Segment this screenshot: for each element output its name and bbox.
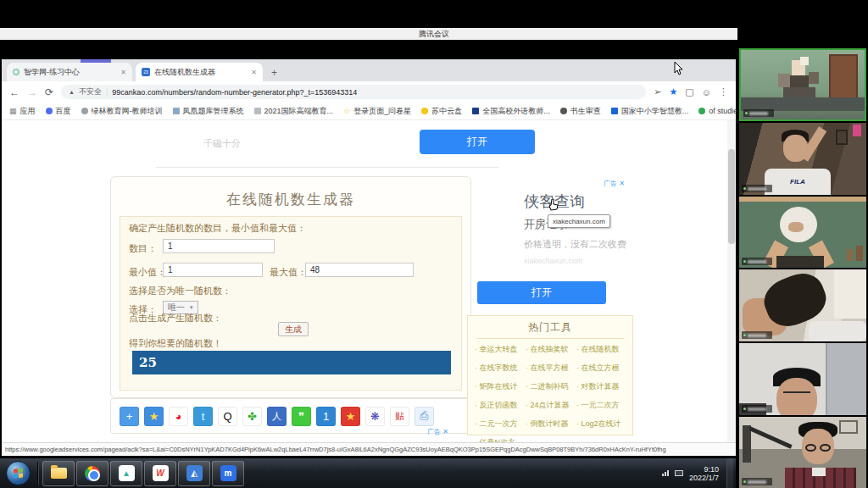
hot-tool-link[interactable]: 倒数计时器 xyxy=(526,419,576,430)
tab-zhixuewang[interactable]: 智学网-练习中心 ✕ xyxy=(7,63,132,81)
side-ad-open-button[interactable]: 打开 xyxy=(477,281,606,304)
warning-icon: ▲ xyxy=(69,89,75,95)
network-signal-icon[interactable] xyxy=(662,470,669,476)
max-label: 最大值： xyxy=(270,266,307,279)
taskbar-clock[interactable]: 9:10 2022/1/7 xyxy=(689,465,721,482)
picture-frame xyxy=(836,130,848,145)
bookmark-2021-edu[interactable]: 2021国际高端教育... xyxy=(254,106,334,117)
hot-tool-link[interactable]: 一元二次方 xyxy=(576,400,627,411)
hot-tool-link[interactable]: Log2在线计 xyxy=(576,419,627,430)
address-bar[interactable]: ▲ 不安全 | 99cankao.com/numbers/random-numb… xyxy=(61,85,646,99)
show-desktop-button[interactable] xyxy=(726,458,733,488)
bookmark-star-icon[interactable]: ★ xyxy=(669,86,677,97)
tencent-weibo-icon[interactable]: t xyxy=(193,407,213,426)
hot-tool-link[interactable]: 在线立方根 xyxy=(576,363,627,374)
hot-tool-link[interactable]: 在线抽奖软 xyxy=(526,344,576,355)
tab-close-icon[interactable]: ✕ xyxy=(251,69,257,76)
renren-icon[interactable]: 人 xyxy=(267,407,287,426)
ad-close-small[interactable]: 广告 ✕ xyxy=(427,427,448,436)
forward-icon[interactable]: → xyxy=(27,86,37,98)
new-tab-button[interactable]: + xyxy=(271,67,277,79)
hot-tool-link[interactable]: 24点计算器 xyxy=(526,400,576,411)
tieba-icon[interactable]: 贴 xyxy=(390,407,409,426)
hot-tool-link[interactable]: 反正切函数 xyxy=(475,400,526,411)
yixin-icon[interactable]: 1 xyxy=(316,407,336,426)
shirt: FILA xyxy=(765,169,831,195)
back-icon[interactable]: ← xyxy=(9,86,19,98)
baidu-icon[interactable]: ❋ xyxy=(365,407,385,426)
taskbar-chrome-button[interactable] xyxy=(76,461,108,486)
generate-button[interactable]: 生成 xyxy=(278,322,309,336)
sina-weibo-icon[interactable]: ◕ xyxy=(169,407,188,426)
max-input[interactable] xyxy=(305,263,414,277)
taskbar-wps-button[interactable]: W xyxy=(144,461,176,486)
ad-close-right[interactable]: 广告 ✕ xyxy=(604,179,625,188)
bookmark-apps[interactable]: ▦应用 xyxy=(9,106,36,117)
bottle xyxy=(847,249,853,261)
hot-tool-link[interactable]: 幸运大转盘 xyxy=(475,344,526,355)
taskbar-explorer-button[interactable] xyxy=(42,461,75,486)
tab1-favicon xyxy=(13,69,19,75)
monitor-tray-icon[interactable] xyxy=(675,470,683,476)
divider xyxy=(156,167,498,168)
meeting-title: 腾讯会议 xyxy=(419,29,449,40)
taskbar-meeting-button[interactable]: m xyxy=(212,461,244,486)
bookmark-smart-edu[interactable]: 国家中小学智慧教... xyxy=(611,106,689,117)
clock-time: 9:10 xyxy=(689,465,719,474)
favicon xyxy=(698,108,705,114)
profile-icon[interactable]: ☺ xyxy=(702,87,711,97)
side-ad-line3: xiakechaxun.com xyxy=(524,257,583,265)
bookmark-suzhong-cloud[interactable]: 苏中云盘 xyxy=(421,106,462,117)
hot-tools-title: 热门工具 xyxy=(476,320,625,339)
tab2-favicon: 23 xyxy=(142,68,150,76)
sidebar-icon[interactable]: ▢ xyxy=(685,86,693,97)
count-input[interactable] xyxy=(163,239,275,253)
min-input[interactable] xyxy=(163,263,263,277)
top-ad-open-button[interactable]: 打开 xyxy=(420,130,535,154)
scrollbar-thumb[interactable] xyxy=(728,149,735,244)
hot-tool-link[interactable]: 对数计算器 xyxy=(576,381,627,392)
start-button[interactable] xyxy=(6,461,31,485)
participant-video-4[interactable] xyxy=(739,269,866,341)
hot-tool-link[interactable]: 在线字数统 xyxy=(475,363,526,374)
share-add-icon[interactable]: + xyxy=(120,407,139,426)
bookmarks-bar: ▦应用 百度 绿林教育网-教师培训 凤凰题库管理系统 2021国际高端教育...… xyxy=(2,103,736,120)
kaixin-icon[interactable]: ✤ xyxy=(242,407,262,426)
bookmark-baidu[interactable]: 百度 xyxy=(46,106,71,117)
participant-video-2[interactable]: FILA xyxy=(739,123,866,195)
favorites-icon[interactable]: ★ xyxy=(341,407,360,426)
participant-video-1[interactable] xyxy=(739,48,866,121)
hot-tool-link[interactable]: 二元一次方 xyxy=(475,419,526,430)
close-icon: ✕ xyxy=(442,428,448,435)
taskbar-photos-button[interactable]: ◭ xyxy=(178,461,210,486)
reload-icon[interactable]: ⟳ xyxy=(45,86,53,98)
qzone-icon[interactable]: ★ xyxy=(144,407,164,426)
bookmark-shusheng[interactable]: 书生审查 xyxy=(560,106,601,117)
bookmark-question-bank[interactable]: 凤凰题库管理系统 xyxy=(173,106,244,117)
tab-close-icon[interactable]: ✕ xyxy=(120,69,126,76)
taskbar-seewo-button[interactable]: ▲ xyxy=(110,461,142,486)
wechat-icon[interactable]: ❞ xyxy=(292,407,311,426)
bookmark-edu-net[interactable]: 绿林教育网-教师培训 xyxy=(81,106,163,117)
torso xyxy=(776,256,824,268)
qq-icon[interactable]: Q xyxy=(218,407,237,426)
photo-viewer-icon: ◭ xyxy=(186,465,203,481)
participant-video-5[interactable] xyxy=(739,343,866,415)
participant-video-6[interactable] xyxy=(739,417,866,488)
hot-tool-link[interactable]: 矩阵在线计 xyxy=(475,381,526,392)
tab-random-generator[interactable]: 23 在线随机数生成器 ✕ xyxy=(136,63,263,81)
globe-icon xyxy=(81,108,88,114)
tab-strip: 智学网-练习中心 ✕ 23 在线随机数生成器 ✕ + xyxy=(2,59,736,81)
wall-panel xyxy=(827,343,866,415)
hot-tool-link[interactable]: 在线平方根 xyxy=(526,363,576,374)
bookmark-wenjuanxing[interactable]: ☆登录页面_问卷星 xyxy=(343,106,411,117)
hot-tool-link[interactable]: 二进制补码 xyxy=(526,381,576,392)
bookmark-foreign-teachers[interactable]: 全国高校外语教师... xyxy=(472,106,550,117)
participant-video-3[interactable] xyxy=(739,197,866,268)
page-scrollbar[interactable] xyxy=(727,120,736,442)
share-page-icon[interactable]: ➢ xyxy=(654,86,661,97)
hot-tool-link[interactable]: 在线随机数 xyxy=(576,344,627,355)
bookmark-of-studies[interactable]: of studies xyxy=(698,107,742,115)
menu-icon[interactable]: ⋮ xyxy=(719,86,728,97)
print-icon[interactable]: ⎙ xyxy=(415,407,434,426)
